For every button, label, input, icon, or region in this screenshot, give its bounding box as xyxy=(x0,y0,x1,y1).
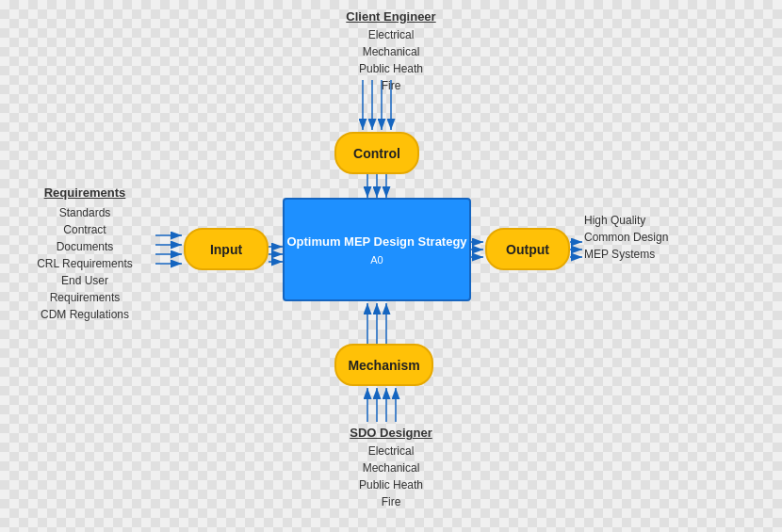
mechanism-box: Mechanism xyxy=(334,344,433,386)
diagram-container: Client Engineer Electrical Mechanical Pu… xyxy=(0,0,782,532)
center-box: Optimum MEP Design Strategy A0 xyxy=(283,198,471,301)
sdo-designer-label: SDO Designer Electrical Mechanical Publi… xyxy=(334,424,448,510)
client-engineer-label: Client Engineer Electrical Mechanical Pu… xyxy=(339,8,443,94)
control-box: Control xyxy=(334,132,419,174)
output-box: Output xyxy=(485,228,570,270)
output-text: High Quality Common Design MEP Systems xyxy=(584,212,697,263)
requirements-label: Requirements Standards Contract Document… xyxy=(19,184,151,323)
input-box: Input xyxy=(184,228,269,270)
